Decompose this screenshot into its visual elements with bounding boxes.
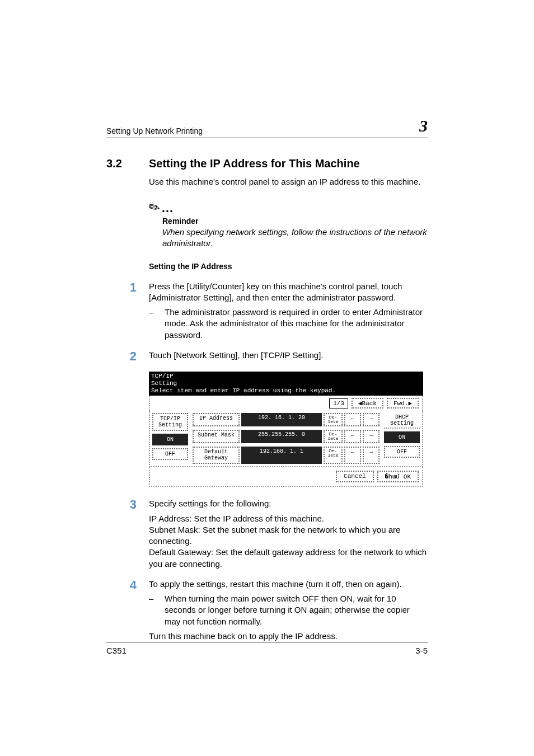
subnet-mask-value[interactable]: 255.255.255. 0 (241, 430, 322, 443)
bullet-dash: – (149, 307, 158, 341)
step-detail: IP Address: Set the IP address of this m… (149, 513, 428, 524)
figure-title-1: TCP/IP (151, 373, 421, 380)
subheading: Setting the IP Address (149, 262, 428, 271)
step-detail: Subnet Mask: Set the subnet mask for the… (149, 524, 428, 547)
delete-button[interactable]: De- lete (324, 430, 343, 443)
chapter-number: 3 (419, 118, 428, 135)
left-arrow-button[interactable]: ← (344, 430, 361, 443)
ok-button[interactable]: �համ OK (377, 471, 419, 482)
section-intro: Use this machine's control panel to assi… (149, 177, 428, 186)
default-gateway-label[interactable]: Default Gateway (193, 447, 240, 464)
tcpip-setting-tab[interactable]: TCP/IP Setting (152, 413, 188, 431)
dhcp-setting-label: DHCP Setting (384, 413, 420, 429)
left-arrow-button[interactable]: ← (344, 413, 361, 426)
step-subtext: When turning the main power switch OFF t… (165, 593, 428, 627)
default-gateway-value[interactable]: 192.168. 1. 1 (241, 447, 322, 464)
ip-address-value[interactable]: 192. 16. 1. 20 (241, 413, 322, 426)
note-body: When specifying network settings, follow… (162, 227, 428, 250)
dhcp-on-button[interactable]: ON (384, 431, 420, 443)
figure-instruction: Select item and enter IP address using t… (151, 387, 421, 395)
step-text: Specify settings for the following: (149, 498, 428, 509)
tcpip-off-button[interactable]: OFF (152, 448, 188, 460)
figure-title-2: Setting (151, 380, 421, 387)
step-number: 1 (106, 281, 137, 341)
dhcp-off-button[interactable]: OFF (384, 446, 420, 458)
running-header: Setting Up Network Printing 3 (106, 118, 428, 138)
screen-figure: TCP/IP Setting Select item and enter IP … (149, 372, 423, 487)
footer-model: C351 (106, 646, 127, 655)
step-detail: Default Gateway: Set the default gateway… (149, 547, 428, 570)
step: 2 Touch [Network Setting], then [TCP/IP … (106, 350, 428, 363)
step-detail: Turn this machine back on to apply the I… (149, 631, 428, 642)
section-title: Setting the IP Address for This Machine (149, 157, 360, 170)
section-heading: 3.2 Setting the IP Address for This Mach… (106, 157, 428, 170)
ip-address-label[interactable]: IP Address (193, 413, 240, 426)
delete-button[interactable]: De- lete (324, 447, 343, 464)
back-button[interactable]: ◀Back (352, 398, 383, 408)
footer-page: 3-5 (415, 646, 428, 655)
forward-button[interactable]: Fwd.▶ (387, 398, 419, 408)
step-number: 3 (106, 498, 137, 570)
bullet-dash: – (149, 593, 158, 627)
page-footer: C351 3-5 (106, 642, 428, 655)
tcpip-on-button[interactable]: ON (152, 434, 188, 445)
step: 3 Specify settings for the following: IP… (106, 498, 428, 570)
left-arrow-button[interactable]: ← (344, 447, 361, 464)
step-subtext: The administrator password is required i… (165, 307, 428, 341)
right-arrow-button[interactable]: → (363, 430, 380, 443)
note-title: Reminder (162, 217, 428, 226)
step: 1 Press the [Utility/Counter] key on thi… (106, 281, 428, 341)
step: 4 To apply the settings, restart this ma… (106, 579, 428, 642)
right-arrow-button[interactable]: → (363, 447, 380, 464)
step-text: Touch [Network Setting], then [TCP/IP Se… (149, 350, 428, 363)
figure-page-indicator: 1/3 (329, 398, 348, 408)
delete-button[interactable]: De- lete (324, 413, 343, 426)
subnet-mask-label[interactable]: Subnet Mask (193, 430, 240, 443)
step-number: 2 (106, 350, 137, 363)
note-icon: ✎… (149, 201, 428, 215)
running-title: Setting Up Network Printing (106, 126, 203, 135)
step-number: 4 (106, 579, 137, 642)
right-arrow-button[interactable]: → (363, 413, 380, 426)
step-text: To apply the settings, restart this mach… (149, 579, 428, 590)
step-text: Press the [Utility/Counter] key on this … (149, 281, 428, 304)
section-number: 3.2 (106, 157, 133, 170)
cancel-button[interactable]: Cancel (336, 471, 374, 482)
